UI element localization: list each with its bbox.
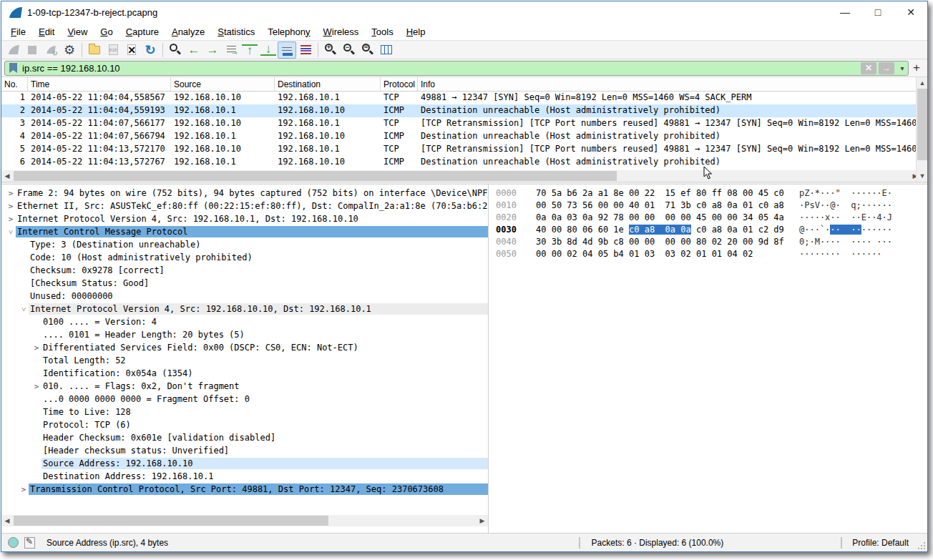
capture-comment-icon[interactable]	[24, 537, 35, 549]
detail-line[interactable]: [Checksum Status: Good]	[1, 277, 488, 290]
expander-icon[interactable]: >	[31, 382, 41, 391]
menu-analyze[interactable]: Analyze	[165, 24, 211, 39]
menu-statistics[interactable]: Statistics	[211, 24, 261, 39]
detail-line[interactable]: Source Address: 192.168.10.10	[1, 457, 488, 470]
detail-line[interactable]: >Differentiated Services Field: 0x00 (DS…	[1, 341, 488, 354]
zoom-in-button[interactable]: +	[321, 41, 340, 59]
display-filter-input[interactable]: ip.src == 192.168.10.10 ✕ → ▾	[4, 61, 909, 76]
detail-line[interactable]: >Internet Protocol Version 4, Src: 192.1…	[1, 212, 488, 225]
close-file-button[interactable]: ✕	[122, 41, 141, 59]
detail-line[interactable]: >Frame 2: 94 bytes on wire (752 bits), 9…	[1, 187, 488, 200]
packet-list-vscrollbar[interactable]: ▲ ▼	[916, 77, 927, 182]
column-header-info[interactable]: Info	[418, 77, 921, 91]
go-back-button[interactable]: ←	[185, 41, 203, 59]
profile-text[interactable]: Profile: Default	[844, 538, 916, 548]
stop-capture-button[interactable]	[23, 41, 41, 59]
menu-tools[interactable]: Tools	[365, 24, 399, 39]
zoom-out-button[interactable]: −	[340, 41, 358, 59]
filter-add-button[interactable]: +	[909, 61, 924, 75]
hex-row-0040[interactable]: 004030 3b 8d 4d 9b c8 00 00 00 00 80 02 …	[496, 237, 927, 249]
expert-info-icon[interactable]	[8, 537, 19, 548]
packet-row-2[interactable]: 22014-05-22 11:04:04,559193192.168.10.11…	[1, 104, 927, 117]
column-header-no[interactable]: No.	[1, 77, 28, 91]
find-packet-button[interactable]	[166, 41, 185, 59]
detail-line[interactable]: ˅Internet Protocol Version 4, Src: 192.1…	[1, 303, 488, 315]
column-header-protocol[interactable]: Protocol	[381, 77, 418, 91]
menu-help[interactable]: Help	[400, 24, 432, 39]
expander-icon[interactable]: >	[6, 202, 16, 211]
expander-icon[interactable]: ˅	[6, 227, 16, 237]
expander-icon[interactable]: >	[6, 215, 16, 224]
capture-options-button[interactable]	[60, 41, 79, 59]
menu-view[interactable]: View	[61, 24, 94, 39]
detail-line[interactable]: ˅Internet Control Message Protocol	[1, 225, 488, 238]
zoom-normal-button[interactable]: =	[358, 41, 377, 59]
menu-wireless[interactable]: Wireless	[317, 24, 366, 39]
filter-dropdown-icon[interactable]: ▾	[897, 64, 908, 72]
detail-line[interactable]: 0100 .... = Version: 4	[1, 315, 488, 328]
go-to-packet-button[interactable]: →	[222, 41, 240, 59]
packet-row-1[interactable]: 12014-05-22 11:04:04,558567192.168.10.10…	[1, 92, 927, 104]
detail-line[interactable]: Time to Live: 128	[1, 406, 488, 418]
menu-edit[interactable]: Edit	[32, 24, 61, 39]
save-file-button[interactable]: 010	[104, 41, 122, 59]
start-capture-button[interactable]	[4, 41, 23, 59]
minimize-button[interactable]: —	[829, 1, 861, 23]
column-header-source[interactable]: Source	[171, 77, 275, 91]
go-first-packet-button[interactable]: ↑	[240, 41, 259, 59]
filter-expression[interactable]: ip.src == 192.168.10.10	[22, 63, 861, 74]
detail-line[interactable]: Destination Address: 192.168.10.1	[1, 470, 488, 483]
reload-file-button[interactable]	[141, 41, 160, 59]
hex-row-0050[interactable]: 005000 00 02 04 05 b4 01 03 03 02 01 01 …	[496, 249, 927, 261]
menu-go[interactable]: Go	[94, 24, 119, 39]
hex-row-0020[interactable]: 00200a 0a 03 0a 92 78 00 00 00 00 45 00 …	[496, 212, 927, 225]
expander-icon[interactable]: >	[19, 485, 29, 494]
close-button[interactable]: ✕	[894, 1, 927, 23]
packet-row-3[interactable]: 32014-05-22 11:04:07,566177192.168.10.10…	[1, 117, 927, 130]
detail-line[interactable]: >Ethernet II, Src: ASUSTekC_ef:80:ff (00…	[1, 200, 488, 212]
maximize-button[interactable]: □	[861, 1, 894, 23]
detail-line[interactable]: Unused: 00000000	[1, 290, 488, 303]
detail-line[interactable]: Identification: 0x054a (1354)	[1, 367, 488, 380]
column-header-time[interactable]: Time	[28, 77, 171, 91]
filter-clear-icon[interactable]: ✕	[861, 62, 876, 74]
filter-apply-icon[interactable]: →	[879, 62, 894, 74]
packet-bytes-pane[interactable]: 000070 5a b6 2a a1 8e 00 22 15 ef 80 ff …	[489, 185, 927, 534]
resize-columns-button[interactable]	[377, 41, 396, 59]
expander-icon[interactable]: >	[31, 343, 41, 353]
detail-line[interactable]: .... 0101 = Header Length: 20 bytes (5)	[1, 328, 488, 341]
hex-row-0000[interactable]: 000070 5a b6 2a a1 8e 00 22 15 ef 80 ff …	[496, 188, 927, 200]
menu-telephony[interactable]: Telephony	[261, 24, 316, 39]
detail-line[interactable]: Code: 10 (Host administratively prohibit…	[1, 251, 488, 264]
detail-line[interactable]: Type: 3 (Destination unreachable)	[1, 238, 488, 251]
restart-capture-button[interactable]: ↻	[41, 41, 60, 59]
detail-line[interactable]: Total Length: 52	[1, 354, 488, 367]
expander-icon[interactable]: >	[6, 189, 16, 198]
vscroll-thumb[interactable]	[917, 89, 927, 160]
detail-line[interactable]: Protocol: TCP (6)	[1, 418, 488, 431]
menu-file[interactable]: File	[4, 24, 32, 39]
filter-bookmark-icon[interactable]	[9, 63, 17, 73]
hex-row-0010[interactable]: 001000 50 73 56 00 00 40 01 71 3b c0 a8 …	[496, 200, 927, 212]
hscroll-thumb[interactable]	[14, 171, 617, 181]
auto-scroll-button[interactable]	[278, 41, 296, 59]
column-header-destination[interactable]: Destination	[275, 77, 381, 91]
colorize-button[interactable]	[296, 41, 315, 59]
packet-row-5[interactable]: 52014-05-22 11:04:13,572170192.168.10.10…	[1, 143, 927, 156]
resize-grip[interactable]	[917, 541, 926, 550]
detail-line[interactable]: >Transmission Control Protocol, Src Port…	[1, 483, 488, 496]
detail-line[interactable]: >010. .... = Flags: 0x2, Don't fragment	[1, 380, 488, 393]
details-hscrollbar[interactable]: ◀ ▶	[1, 515, 488, 526]
packet-row-6[interactable]: 62014-05-22 11:04:13,572767192.168.10.11…	[1, 156, 927, 169]
details-hscroll-thumb[interactable]	[14, 516, 328, 526]
menu-capture[interactable]: Capture	[119, 24, 165, 39]
hex-row-0030[interactable]: 003040 00 80 06 60 1e c0 a8 0a 0a c0 a8 …	[496, 225, 927, 237]
open-file-button[interactable]	[85, 41, 104, 59]
packet-list-hscrollbar[interactable]: ◀ ▶	[1, 170, 921, 182]
detail-line[interactable]: Header Checksum: 0x601e [validation disa…	[1, 431, 488, 444]
packet-row-4[interactable]: 42014-05-22 11:04:07,566794192.168.10.11…	[1, 130, 927, 143]
go-last-packet-button[interactable]: ↓	[259, 41, 278, 59]
detail-line[interactable]: [Header checksum status: Unverified]	[1, 444, 488, 457]
expander-icon[interactable]: ˅	[19, 305, 29, 314]
detail-line[interactable]: Checksum: 0x9278 [correct]	[1, 264, 488, 277]
